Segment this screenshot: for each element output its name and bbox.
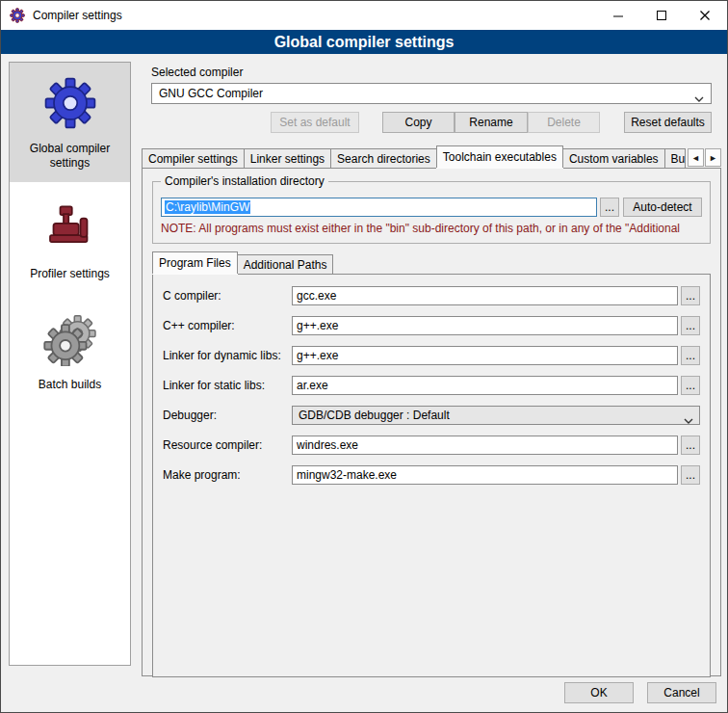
- sidebar-item-label: Profiler settings: [30, 267, 110, 281]
- debugger-label: Debugger:: [163, 409, 292, 422]
- sidebar-item-batch-builds[interactable]: Batch builds: [10, 293, 130, 404]
- tab-linker-settings[interactable]: Linker settings: [244, 148, 331, 168]
- dynamic-linker-input[interactable]: [292, 346, 678, 365]
- tab-custom-variables[interactable]: Custom variables: [562, 148, 665, 168]
- make-program-browse-button[interactable]: ...: [681, 465, 700, 485]
- installation-directory-input[interactable]: C:\raylib\MinGW: [161, 198, 597, 217]
- installation-directory-group: Compiler's installation directory C:\ray…: [152, 181, 711, 244]
- subtab-additional-paths[interactable]: Additional Paths: [237, 254, 334, 274]
- dialog-footer: OK Cancel: [564, 682, 716, 703]
- make-program-label: Make program:: [163, 468, 292, 482]
- ok-button[interactable]: OK: [564, 682, 634, 703]
- cpp-compiler-input[interactable]: [292, 316, 678, 335]
- debugger-value: GDB/CDB debugger : Default: [299, 409, 450, 422]
- c-compiler-browse-button[interactable]: ...: [681, 286, 700, 305]
- tab-scroll-left-button[interactable]: ◄: [688, 148, 704, 167]
- dynamic-linker-label: Linker for dynamic libs:: [163, 349, 292, 362]
- minimize-icon: [613, 11, 624, 21]
- resource-compiler-input[interactable]: [292, 436, 678, 455]
- window-title: Compiler settings: [33, 9, 122, 22]
- program-files-panel: C compiler: ... C++ compiler: ... Linker…: [152, 275, 711, 677]
- c-compiler-row: C compiler: ...: [163, 286, 700, 305]
- settings-category-list: Global compiler settings Profiler set: [9, 62, 131, 666]
- static-linker-input[interactable]: [292, 376, 678, 395]
- sidebar-item-label: Global compiler settings: [13, 142, 126, 171]
- make-program-row: Make program: ...: [163, 465, 700, 485]
- compiler-action-buttons: Set as default Copy Rename Delete Reset …: [151, 112, 712, 133]
- selected-compiler-value: GNU GCC Compiler: [159, 87, 263, 100]
- dialog-content: Global compiler settings Profiler set: [1, 54, 727, 712]
- maximize-button[interactable]: [640, 1, 684, 30]
- c-compiler-input[interactable]: [292, 286, 678, 305]
- gray-gears-icon: [43, 312, 97, 369]
- reset-defaults-button[interactable]: Reset defaults: [624, 112, 712, 133]
- cpp-compiler-browse-button[interactable]: ...: [681, 316, 700, 335]
- static-linker-browse-button[interactable]: ...: [681, 376, 700, 395]
- tab-search-directories[interactable]: Search directories: [330, 148, 437, 168]
- profiler-tool-icon: [43, 201, 97, 258]
- page-title: Global compiler settings: [1, 30, 727, 54]
- app-icon: [10, 8, 25, 23]
- chevron-down-icon: [684, 413, 693, 427]
- auto-detect-button[interactable]: Auto-detect: [623, 198, 702, 217]
- tab-compiler-settings[interactable]: Compiler settings: [142, 148, 245, 168]
- blue-gear-icon: [43, 76, 97, 133]
- title-bar[interactable]: Compiler settings: [1, 1, 727, 30]
- rename-button[interactable]: Rename: [455, 112, 528, 133]
- global-compiler-settings-panel: Selected compiler GNU GCC Compiler Set a…: [142, 62, 721, 676]
- cpp-compiler-label: C++ compiler:: [163, 319, 292, 332]
- close-button[interactable]: [684, 1, 727, 30]
- installation-directory-group-label: Compiler's installation directory: [161, 174, 328, 188]
- resource-compiler-row: Resource compiler: ...: [163, 436, 700, 455]
- selected-compiler-label: Selected compiler: [151, 66, 712, 79]
- installation-note: NOTE: All programs must exist either in …: [161, 222, 702, 235]
- chevron-down-icon: [694, 92, 704, 105]
- sidebar-item-label: Batch builds: [39, 378, 101, 392]
- program-files-tabs: Program Files Additional Paths: [152, 251, 711, 275]
- dynamic-linker-row: Linker for dynamic libs: ...: [163, 346, 700, 365]
- compiler-settings-tabs: Compiler settings Linker settings Search…: [142, 145, 721, 169]
- set-as-default-button[interactable]: Set as default: [271, 112, 359, 133]
- c-compiler-label: C compiler:: [163, 289, 292, 303]
- tab-toolchain-executables[interactable]: Toolchain executables: [436, 145, 563, 168]
- resource-compiler-browse-button[interactable]: ...: [681, 436, 700, 455]
- installation-directory-value: C:\raylib\MinGW: [165, 200, 250, 214]
- delete-button[interactable]: Delete: [528, 112, 600, 133]
- maximize-icon: [657, 11, 667, 21]
- cpp-compiler-row: C++ compiler: ...: [163, 316, 700, 335]
- subtab-program-files[interactable]: Program Files: [152, 251, 238, 274]
- tab-build-options[interactable]: Buil: [664, 148, 686, 168]
- tab-scroll-buttons: ◄ ►: [687, 148, 721, 167]
- sidebar-item-profiler-settings[interactable]: Profiler settings: [10, 182, 130, 293]
- close-icon: [700, 11, 711, 21]
- dynamic-linker-browse-button[interactable]: ...: [681, 346, 700, 365]
- resource-compiler-label: Resource compiler:: [163, 438, 292, 452]
- browse-directory-button[interactable]: ...: [600, 198, 619, 217]
- minimize-button[interactable]: [597, 1, 640, 30]
- static-linker-row: Linker for static libs: ...: [163, 376, 700, 395]
- copy-button[interactable]: Copy: [382, 112, 455, 133]
- static-linker-label: Linker for static libs:: [163, 379, 292, 392]
- compiler-settings-dialog: Compiler settings Global compiler settin…: [0, 0, 728, 713]
- cancel-button[interactable]: Cancel: [647, 682, 716, 703]
- tab-scroll-right-button[interactable]: ►: [705, 148, 721, 167]
- window-controls: [597, 1, 727, 30]
- make-program-input[interactable]: [292, 465, 678, 485]
- debugger-row: Debugger: GDB/CDB debugger : Default: [163, 406, 700, 425]
- sidebar-item-global-compiler-settings[interactable]: Global compiler settings: [10, 63, 130, 182]
- debugger-dropdown[interactable]: GDB/CDB debugger : Default: [292, 406, 700, 425]
- selected-compiler-dropdown[interactable]: GNU GCC Compiler: [151, 83, 712, 104]
- toolchain-executables-panel: Compiler's installation directory C:\ray…: [142, 169, 721, 676]
